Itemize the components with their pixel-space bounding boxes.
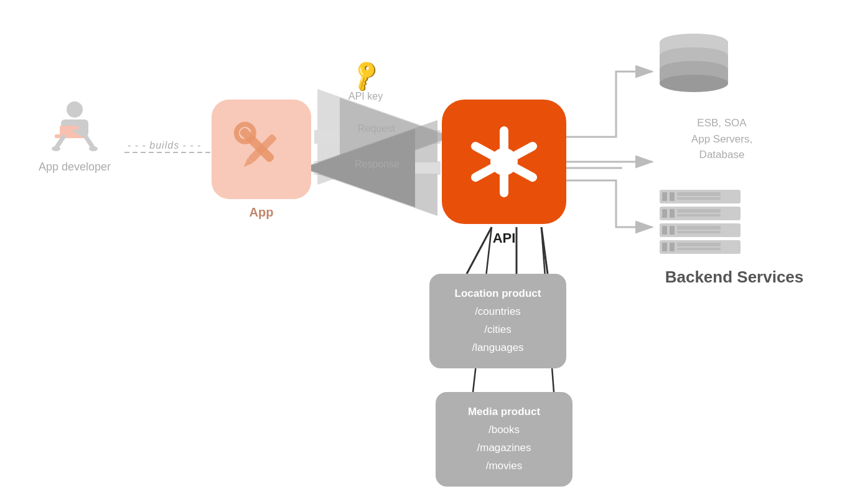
svg-point-39: [660, 75, 728, 92]
media-line-1: Media product: [442, 403, 566, 421]
svg-rect-52: [670, 226, 675, 235]
backend-services-label: Backend Services: [647, 268, 821, 287]
svg-rect-59: [677, 248, 721, 250]
svg-rect-51: [662, 226, 667, 235]
svg-rect-47: [670, 209, 675, 218]
svg-rect-44: [677, 197, 721, 200]
api-hub-icon: [460, 118, 548, 205]
media-line-4: /movies: [442, 457, 566, 475]
app-developer-section: App developer: [25, 100, 124, 174]
response-label: Response: [355, 159, 400, 170]
app-label: App: [212, 205, 311, 220]
person-icon: [50, 100, 100, 156]
server-icon: [653, 187, 747, 255]
svg-rect-54: [677, 231, 721, 233]
media-line-3: /magazines: [442, 439, 566, 457]
svg-point-22: [52, 146, 60, 151]
key-icon: 🔑: [347, 57, 385, 94]
svg-rect-48: [677, 209, 721, 213]
media-product-box: Media product /books /magazines /movies: [436, 392, 573, 487]
svg-rect-57: [670, 243, 675, 251]
svg-rect-46: [662, 209, 667, 218]
svg-rect-43: [677, 192, 721, 196]
svg-rect-49: [677, 214, 721, 217]
svg-rect-53: [677, 226, 721, 230]
esb-label: ESB, SOA App Servers, Database: [660, 115, 784, 163]
svg-point-32: [499, 157, 509, 167]
api-hub-box: [442, 100, 566, 224]
svg-rect-42: [670, 192, 675, 201]
svg-rect-56: [662, 243, 667, 251]
location-line-4: /languages: [436, 339, 560, 357]
location-line-3: /cities: [436, 321, 560, 339]
database-icon: [653, 31, 734, 93]
location-line-1: Location product: [436, 285, 560, 303]
app-box: [212, 100, 311, 199]
location-line-2: /countries: [436, 303, 560, 321]
svg-point-15: [67, 101, 83, 118]
location-product-box: Location product /countries /cities /lan…: [429, 274, 566, 368]
api-key-label: API key: [348, 91, 383, 102]
svg-point-23: [89, 146, 98, 151]
api-hub-label: API: [442, 230, 566, 246]
app-developer-label: App developer: [39, 161, 111, 174]
tools-icon: [227, 115, 296, 184]
media-line-2: /books: [442, 421, 566, 439]
svg-rect-58: [677, 243, 721, 246]
builds-label: - - - builds - - -: [128, 140, 201, 151]
main-canvas: App developer - - - builds - - - App 🔑 A…: [0, 0, 860, 504]
svg-rect-41: [662, 192, 667, 201]
request-label: Request: [358, 123, 395, 134]
api-key-section: 🔑 API key: [348, 62, 383, 102]
